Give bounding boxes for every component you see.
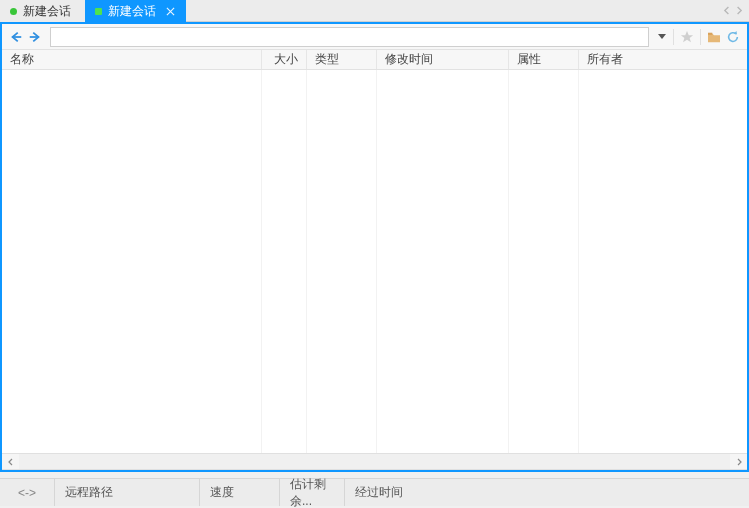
tab-label: 新建会话 <box>23 3 71 20</box>
scroll-left-icon[interactable] <box>2 454 19 469</box>
tab-label: 新建会话 <box>108 3 156 20</box>
column-header-owner[interactable]: 所有者 <box>579 50 747 69</box>
column-header-size[interactable]: 大小 <box>262 50 307 69</box>
file-list-area[interactable] <box>2 70 747 453</box>
status-elapsed: 经过时间 <box>345 479 749 506</box>
scroll-right-icon[interactable] <box>730 454 747 469</box>
status-bar: <-> 远程路径 速度 估计剩余... 经过时间 <box>0 478 749 506</box>
scroll-tabs-right-icon[interactable] <box>734 6 743 15</box>
tab-scroll-arrows <box>723 0 743 21</box>
status-eta: 估计剩余... <box>280 479 345 506</box>
status-speed: 速度 <box>200 479 280 506</box>
scrollbar-track[interactable] <box>19 454 730 469</box>
separator <box>673 29 674 45</box>
session-tab-1[interactable]: 新建会话 <box>0 0 85 22</box>
column-header-name[interactable]: 名称 <box>2 50 262 69</box>
navigation-toolbar <box>2 24 747 50</box>
horizontal-scrollbar[interactable] <box>2 453 747 470</box>
column-header-mtime[interactable]: 修改时间 <box>377 50 509 69</box>
status-remote-path: 远程路径 <box>55 479 200 506</box>
path-dropdown-icon[interactable] <box>656 27 668 47</box>
status-dot-icon <box>10 8 17 15</box>
columns-header: 名称 大小 类型 修改时间 属性 所有者 <box>2 50 747 70</box>
bookmark-icon[interactable] <box>679 29 695 45</box>
refresh-icon[interactable] <box>725 29 741 45</box>
session-tab-2[interactable]: 新建会话 <box>85 0 186 22</box>
tab-strip: 新建会话 新建会话 <box>0 0 749 22</box>
session-panel: 名称 大小 类型 修改时间 属性 所有者 <box>0 22 749 472</box>
column-header-type[interactable]: 类型 <box>307 50 377 69</box>
svg-rect-0 <box>708 32 712 34</box>
new-folder-icon[interactable] <box>706 29 722 45</box>
close-tab-icon[interactable] <box>164 5 176 17</box>
path-input[interactable] <box>50 27 649 47</box>
back-button[interactable] <box>8 29 24 45</box>
status-dot-icon <box>95 8 102 15</box>
transfer-indicator: <-> <box>0 479 55 506</box>
separator <box>700 29 701 45</box>
column-header-attr[interactable]: 属性 <box>509 50 579 69</box>
forward-button[interactable] <box>27 29 43 45</box>
scroll-tabs-left-icon[interactable] <box>723 6 732 15</box>
